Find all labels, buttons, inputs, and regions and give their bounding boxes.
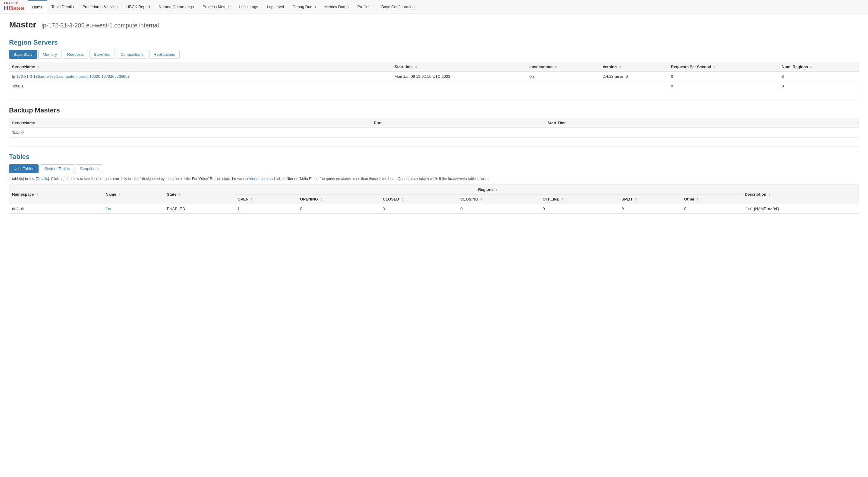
- rs-total-version: [599, 81, 668, 91]
- tables-section: Tables User TablesSystem TablesSnapshots…: [9, 153, 859, 214]
- tbl-cell-split: 0: [618, 204, 681, 214]
- tables-info-text: 1 table(s) in set. [Details]. Click coun…: [9, 176, 859, 181]
- bm-col-port: Port: [371, 118, 545, 128]
- rs-col-contact: Last contact ⇕: [527, 62, 600, 72]
- tbl-cell-open: 1: [235, 204, 297, 214]
- region-servers-section: Region Servers Base StatsMemoryRequestsS…: [9, 38, 859, 91]
- rs-cell-version: 2.4.13-amzn-0: [599, 72, 668, 81]
- region-servers-title: Region Servers: [9, 38, 859, 47]
- tbl-col-closed: CLOSED ⇕: [380, 195, 458, 204]
- tbl-col-offline: OFFLINE ⇕: [539, 195, 618, 204]
- rs-table-row: ip-172-31-3-186.eu-west-1.compute.intern…: [9, 72, 859, 81]
- nav-items: HomeTable DetailsProcedures & LocksHBCK …: [28, 0, 419, 13]
- tables-tabs: User TablesSystem TablesSnapshots: [9, 164, 859, 173]
- backup-masters-table: ServerName Port Start Time Total:0: [9, 118, 859, 138]
- tbl-cell-state: ENABLED: [164, 204, 235, 214]
- rs-col-start: Start time ⇕: [392, 62, 527, 72]
- rs-col-regions: Num. Regions ⇕: [779, 62, 859, 72]
- page-title: Master ip-172-31-3-205.eu-west-1.compute…: [9, 20, 859, 30]
- rs-tab-compactions[interactable]: Compactions: [116, 50, 148, 59]
- rs-tab-memory[interactable]: Memory: [38, 50, 61, 59]
- tbl-col-state: State ⇕: [164, 185, 235, 204]
- tables-tab-snapshots[interactable]: Snapshots: [76, 164, 103, 173]
- tbl-col-namespace: Namespace ⇕: [9, 185, 102, 204]
- region-servers-tabs: Base StatsMemoryRequestsStorefilesCompac…: [9, 50, 859, 59]
- tbl-name-link[interactable]: foo: [105, 207, 111, 211]
- nav-item-log-level[interactable]: Log Level: [262, 0, 288, 13]
- rs-tab-requests[interactable]: Requests: [63, 50, 88, 59]
- nav-item-named-queue-logs[interactable]: Named Queue Logs: [155, 0, 198, 13]
- nav-item-debug-dump[interactable]: Debug Dump: [288, 0, 320, 13]
- rs-col-version: Version ⇕: [599, 62, 668, 72]
- tbl-col-other: Other ⇕: [681, 195, 742, 204]
- rs-col-rps: Requests Per Second ⇕: [668, 62, 778, 72]
- backup-masters-section: Backup Masters ServerName Port Start Tim…: [9, 107, 859, 138]
- region-servers-table: ServerName ⇕ Start time ⇕ Last contact ⇕…: [9, 62, 859, 91]
- rs-cell-regions: 3: [779, 72, 859, 81]
- tbl-col-description: Description ⇕: [742, 185, 859, 204]
- tbl-cell-name: foo: [102, 204, 164, 214]
- nav-item-process-metrics[interactable]: Process Metrics: [198, 0, 235, 13]
- tbl-col-split: SPLIT ⇕: [618, 195, 681, 204]
- rs-col-server: ServerName ⇕: [9, 62, 392, 72]
- page-content: Master ip-172-31-3-205.eu-west-1.compute…: [0, 14, 868, 220]
- rs-server-link[interactable]: ip-172-31-3-186.eu-west-1.compute.intern…: [12, 74, 130, 79]
- tbl-cell-other: 0: [681, 204, 742, 214]
- tables-tab-user-tables[interactable]: User Tables: [9, 164, 38, 173]
- bm-col-server: ServerName: [9, 118, 371, 128]
- rs-tab-base-stats[interactable]: Base Stats: [9, 50, 37, 59]
- nav-item-profiler[interactable]: Profiler: [353, 0, 374, 13]
- tbl-cell-closing: 0: [458, 204, 539, 214]
- divider-2: [9, 147, 859, 147]
- tbl-col-closing: CLOSING ⇕: [458, 195, 539, 204]
- tbl-cell-opening: 0: [297, 204, 380, 214]
- tbl-cell-namespace: default: [9, 204, 102, 214]
- hbase-meta-link[interactable]: hbase:meta: [249, 177, 268, 181]
- rs-tab-replications[interactable]: Replications: [149, 50, 180, 59]
- nav-item-home[interactable]: Home: [28, 0, 47, 13]
- tbl-cell-description: 'foo', {NAME => 'cf'}: [742, 204, 859, 214]
- tbl-col-open: OPEN ⇕: [235, 195, 297, 204]
- divider-1: [9, 100, 859, 100]
- backup-masters-title: Backup Masters: [9, 107, 859, 114]
- bm-total-start: [545, 128, 859, 138]
- tbl-col-name: Name ⇕: [102, 185, 164, 204]
- rs-tab-storefiles[interactable]: Storefiles: [90, 50, 115, 59]
- bm-total-label: Total:0: [9, 128, 371, 138]
- tbl-cell-offline: 0: [539, 204, 618, 214]
- nav-item-hbck-report[interactable]: HBCK Report: [122, 0, 155, 13]
- rs-total-contact: [527, 81, 600, 91]
- rs-total-start: [392, 81, 527, 91]
- page-subtitle: ip-172-31-3-205.eu-west-1.compute.intern…: [41, 22, 159, 29]
- bm-col-start: Start Time: [545, 118, 859, 128]
- navbar: APACHE HBase HomeTable DetailsProcedures…: [0, 0, 868, 14]
- nav-item-local-logs[interactable]: Local Logs: [235, 0, 263, 13]
- rs-total-regions: 3: [779, 81, 859, 91]
- tbl-col-opening: OPENING ⇕: [297, 195, 380, 204]
- rs-cell-rps: 0: [668, 72, 778, 81]
- nav-item-procedures---locks[interactable]: Procedures & Locks: [79, 0, 122, 13]
- tbl-cell-closed: 0: [380, 204, 458, 214]
- rs-cell-start: Mon Jan 09 12:02:16 UTC 2023: [392, 72, 527, 81]
- tbl-col-regions-header: Regions ⇕: [235, 185, 742, 195]
- tables-title: Tables: [9, 153, 859, 161]
- backup-masters-total-row: Total:0: [9, 128, 859, 138]
- logo-hbase-text: HBase: [4, 5, 24, 11]
- tables-tab-system-tables[interactable]: System Tables: [40, 164, 74, 173]
- bm-total-port: [371, 128, 545, 138]
- rs-total-row: Total:1 0 3: [9, 81, 859, 91]
- tables-table-row: default foo ENABLED 1 0 0 0 0 0 0 'foo',…: [9, 204, 859, 214]
- rs-total-label: Total:1: [9, 81, 392, 91]
- details-link[interactable]: Details: [37, 177, 48, 181]
- user-tables-table: Namespace ⇕ Name ⇕ State ⇕ Regions ⇕ Des…: [9, 184, 859, 214]
- logo: APACHE HBase: [0, 0, 28, 13]
- nav-item-hbase-configuration[interactable]: HBase Configuration: [374, 0, 419, 13]
- rs-cell-server: ip-172-31-3-186.eu-west-1.compute.intern…: [9, 72, 392, 81]
- rs-total-rps: 0: [668, 81, 778, 91]
- nav-item-table-details[interactable]: Table Details: [47, 0, 78, 13]
- nav-item-metrics-dump[interactable]: Metrics Dump: [320, 0, 353, 13]
- rs-cell-contact: 0 s: [527, 72, 600, 81]
